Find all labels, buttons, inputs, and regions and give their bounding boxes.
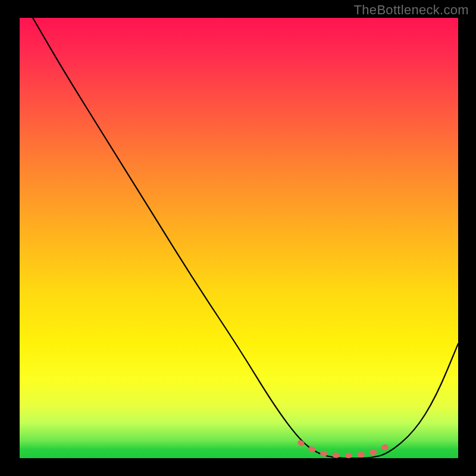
bottleneck-curve xyxy=(33,18,458,458)
chart-canvas: TheBottleneck.com xyxy=(0,0,476,476)
watermark-text: TheBottleneck.com xyxy=(354,2,469,18)
chart-overlay-svg xyxy=(20,18,458,458)
trough-dotted-overlay xyxy=(300,443,388,455)
